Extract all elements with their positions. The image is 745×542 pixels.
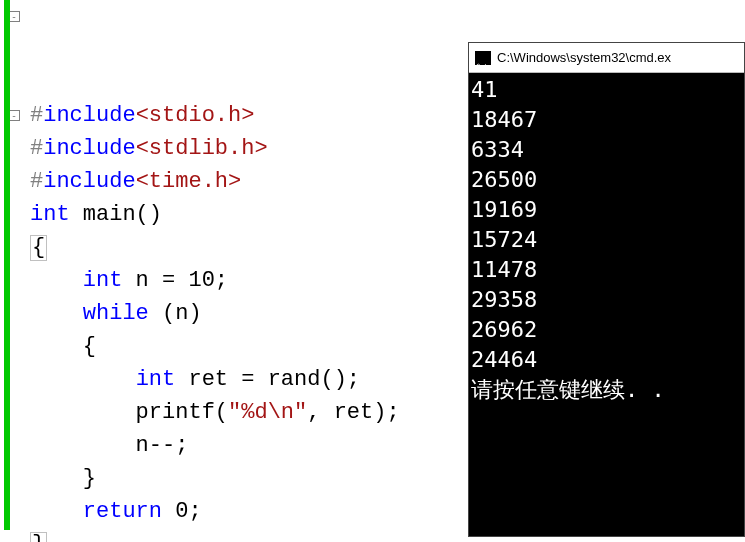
console-output[interactable]: 4118467633426500191691572411478293582696… [469,73,744,407]
code-token [30,363,136,396]
code-token: n--; [30,429,188,462]
code-token [30,495,83,528]
console-line: 15724 [471,225,742,255]
console-titlebar[interactable]: C:\Windows\system32\cmd.ex [469,43,744,73]
code-token: <stdlib.h> [136,132,268,165]
editor-gutter: -- [0,0,28,542]
console-line: 29358 [471,285,742,315]
code-token: { [30,235,47,261]
code-token: <stdio.h> [136,99,255,132]
code-token: "%d\n" [228,396,307,429]
code-token: (n) [149,297,202,330]
code-token [30,297,83,330]
code-token: int [30,198,70,231]
code-token: include [43,99,135,132]
code-token: # [30,165,43,198]
code-token: n = 10; [122,264,228,297]
console-line: 26500 [471,165,742,195]
code-token: , ret); [307,396,399,429]
console-line: 24464 [471,345,742,375]
console-line: 11478 [471,255,742,285]
cmd-icon [475,51,491,65]
code-token: include [43,165,135,198]
console-line: 请按任意键继续. . [471,375,742,405]
code-token: { [30,330,96,363]
code-token: int [136,363,176,396]
code-token: while [83,297,149,330]
code-token: # [30,99,43,132]
code-token: <time.h> [136,165,242,198]
change-marker [4,0,10,530]
fold-icon[interactable]: - [9,11,20,22]
code-token [30,264,83,297]
code-token: include [43,132,135,165]
console-window[interactable]: C:\Windows\system32\cmd.ex 4118467633426… [468,42,745,537]
console-line: 26962 [471,315,742,345]
code-token: main() [70,198,162,231]
code-token: 0; [162,495,202,528]
console-line: 41 [471,75,742,105]
console-title-text: C:\Windows\system32\cmd.ex [497,43,671,73]
code-token: } [30,532,47,543]
code-token: return [83,495,162,528]
code-token: # [30,132,43,165]
code-token: int [83,264,123,297]
console-line: 18467 [471,105,742,135]
fold-icon[interactable]: - [9,110,20,121]
console-line: 19169 [471,195,742,225]
code-token: printf( [30,396,228,429]
code-token: } [30,462,96,495]
code-token: ret = rand(); [175,363,360,396]
console-line: 6334 [471,135,742,165]
